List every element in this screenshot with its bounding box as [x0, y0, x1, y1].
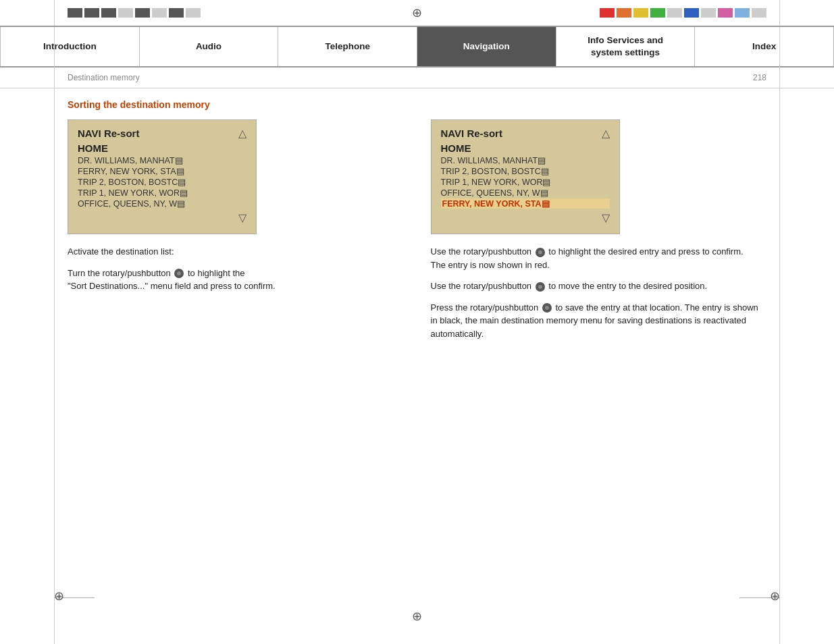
left-column: NAVI Re-sort △ HOME DR. WILLIAMS, MANHAT… — [68, 119, 404, 301]
left-navi-screen: NAVI Re-sort △ HOME DR. WILLIAMS, MANHAT… — [68, 119, 257, 234]
navi-item-right-1: TRIP 2, BOSTON, BOSTC▤ — [441, 166, 610, 176]
navi-item-left-0: DR. WILLIAMS, MANHAT▤ — [78, 155, 246, 165]
left-margin-line — [54, 0, 55, 644]
two-column-layout: NAVI Re-sort △ HOME DR. WILLIAMS, MANHAT… — [68, 119, 766, 348]
tab-info-services[interactable]: Info Services andsystem settings — [556, 27, 696, 66]
color-block-2 — [84, 8, 99, 18]
color-block-light2 — [701, 8, 716, 18]
color-blocks-right — [600, 8, 766, 18]
color-block-pink — [718, 8, 733, 18]
navi-home-left: HOME — [78, 142, 246, 154]
color-block-6 — [152, 8, 167, 18]
navi-up-arrow-right: △ — [602, 127, 610, 140]
crosshair-bottom-left: ⊕ — [54, 589, 64, 603]
right-text-p4: Press the rotary/pushbutton to save the … — [431, 301, 767, 341]
color-block-yellow — [633, 8, 648, 18]
right-column: NAVI Re-sort △ HOME DR. WILLIAMS, MANHAT… — [431, 119, 767, 348]
color-block-1 — [68, 8, 82, 18]
color-block-5 — [135, 8, 150, 18]
rotary-icon-right-3 — [542, 303, 552, 313]
navi-down-arrow-right: ▽ — [441, 211, 610, 224]
crosshair-top: ⊕ — [412, 5, 422, 20]
nav-tabs: Introduction Audio Telephone Navigation … — [0, 27, 834, 68]
right-text-p3: Use the rotary/pushbutton to move the en… — [431, 279, 767, 293]
color-block-ltblue — [735, 8, 750, 18]
color-block-light1 — [667, 8, 682, 18]
section-title: Sorting the destination memory — [68, 99, 766, 110]
color-block-red — [600, 8, 615, 18]
color-block-orange — [617, 8, 631, 18]
navi-item-left-1: FERRY, NEW YORK, STA▤ — [78, 166, 246, 176]
navi-item-right-2: TRIP 1, NEW YORK, WOR▤ — [441, 177, 610, 187]
rotary-icon-right-1 — [536, 248, 545, 257]
navi-up-arrow-left: △ — [238, 127, 246, 140]
left-text-body: Turn the rotary/pushbutton to highlight … — [68, 267, 404, 293]
rotary-icon-left — [174, 269, 184, 278]
navi-header-left: NAVI Re-sort △ — [78, 127, 246, 140]
right-margin-line — [779, 0, 780, 644]
crosshair-bottom-right: ⊕ — [770, 589, 780, 603]
color-block-7 — [169, 8, 184, 18]
tab-introduction[interactable]: Introduction — [0, 27, 140, 66]
navi-home-right: HOME — [441, 142, 610, 154]
navi-item-right-0: DR. WILLIAMS, MANHAT▤ — [441, 155, 610, 165]
navi-item-left-3: TRIP 1, NEW YORK, WOR▤ — [78, 188, 246, 198]
navi-item-left-4: OFFICE, QUEENS, NY, W▤ — [78, 198, 246, 209]
navi-down-arrow-left: ▽ — [78, 211, 246, 224]
navi-item-right-3: OFFICE, QUEENS, NY, W▤ — [441, 188, 610, 198]
tab-index[interactable]: Index — [695, 27, 834, 66]
color-block-green — [650, 8, 665, 18]
top-color-bar: ⊕ — [0, 0, 834, 27]
main-content: Sorting the destination memory NAVI Re-s… — [0, 88, 834, 359]
rotary-icon-right-2 — [536, 282, 545, 292]
tab-telephone[interactable]: Telephone — [278, 27, 417, 66]
navi-title-left: NAVI Re-sort — [78, 128, 139, 139]
color-block-blue — [684, 8, 699, 18]
color-blocks-left — [68, 8, 201, 18]
color-block-light3 — [752, 8, 766, 18]
navi-item-left-2: TRIP 2, BOSTON, BOSTC▤ — [78, 177, 246, 187]
breadcrumb: Destination memory — [68, 73, 140, 82]
color-block-8 — [186, 8, 201, 18]
right-text-p1: Use the rotary/pushbutton to highlight t… — [431, 245, 767, 271]
color-block-3 — [101, 8, 116, 18]
navi-header-right: NAVI Re-sort △ — [441, 127, 610, 140]
navi-item-right-highlighted: FERRY, NEW YORK, STA▤ — [441, 198, 610, 209]
color-block-4 — [118, 8, 133, 18]
crosshair-bottom-center: ⊕ — [412, 609, 422, 624]
right-navi-screen: NAVI Re-sort △ HOME DR. WILLIAMS, MANHAT… — [431, 119, 620, 234]
navi-title-right: NAVI Re-sort — [441, 128, 502, 139]
tab-navigation[interactable]: Navigation — [417, 27, 556, 66]
tab-audio[interactable]: Audio — [140, 27, 279, 66]
page-number: 218 — [753, 73, 766, 82]
page-header: Destination memory 218 — [0, 68, 834, 88]
left-text-label: Activate the destination list: — [68, 245, 404, 259]
